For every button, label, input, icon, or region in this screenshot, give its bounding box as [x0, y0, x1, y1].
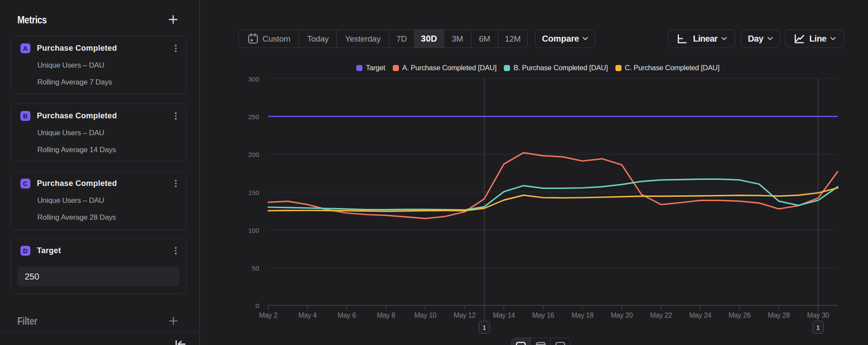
svg-text:0: 0: [256, 302, 259, 309]
svg-text:200: 200: [248, 151, 259, 158]
svg-text:300: 300: [248, 75, 259, 83]
svg-text:May 14: May 14: [493, 312, 515, 319]
svg-text:May 8: May 8: [377, 312, 395, 319]
svg-text:May 20: May 20: [611, 312, 633, 319]
svg-text:May 4: May 4: [298, 312, 316, 319]
svg-text:May 24: May 24: [689, 312, 711, 319]
svg-text:May 10: May 10: [414, 312, 437, 319]
svg-text:May 6: May 6: [338, 312, 356, 319]
svg-text:50: 50: [252, 264, 259, 272]
svg-text:May 12: May 12: [454, 312, 476, 319]
svg-text:May 30: May 30: [807, 312, 829, 319]
svg-text:May 18: May 18: [572, 312, 594, 319]
svg-text:150: 150: [248, 189, 259, 196]
svg-text:May 2: May 2: [259, 312, 277, 319]
svg-text:May 26: May 26: [729, 312, 751, 319]
svg-text:250: 250: [248, 113, 259, 120]
svg-text:May 28: May 28: [768, 312, 790, 319]
svg-text:100: 100: [248, 227, 259, 234]
svg-text:May 22: May 22: [650, 312, 672, 319]
svg-text:May 16: May 16: [532, 312, 554, 319]
